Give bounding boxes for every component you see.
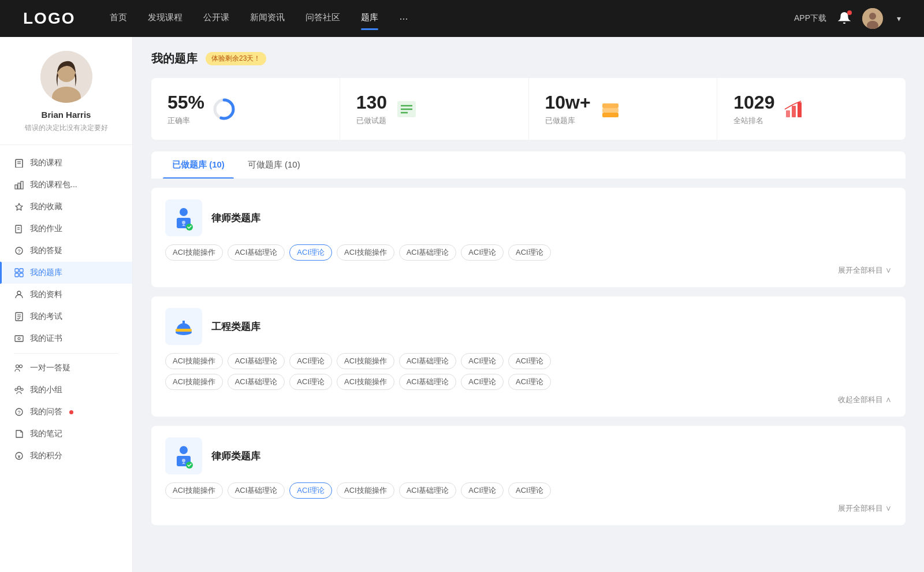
favorites-icon: [14, 202, 24, 212]
sidebar-item-packages[interactable]: 我的课程包...: [0, 174, 132, 196]
tag[interactable]: ACI基础理论: [228, 482, 285, 499]
notification-dot: [847, 10, 852, 15]
qbank-card-lawyer2: 律师类题库 ACI技能操作 ACI基础理论 ACI理论 ACI技能操作 ACI基…: [151, 426, 906, 525]
tag-active[interactable]: ACI理论: [289, 244, 332, 261]
nav-question-bank[interactable]: 题库: [361, 12, 378, 25]
tag[interactable]: ACI理论: [461, 244, 504, 261]
tag[interactable]: ACI技能操作: [337, 353, 394, 369]
tag[interactable]: ACI理论: [289, 353, 332, 369]
tag[interactable]: ACI理论: [461, 353, 504, 369]
tag[interactable]: ACI理论: [508, 244, 551, 261]
stat-questions-value: 130: [356, 92, 387, 113]
qbank-title-lawyer1: 律师类题库: [211, 211, 260, 225]
sidebar-item-one-on-one[interactable]: 一对一答疑: [0, 357, 132, 379]
tag[interactable]: ACI基础理论: [228, 374, 285, 390]
sidebar-item-courses[interactable]: 我的课程: [0, 152, 132, 174]
nav-qa[interactable]: 问答社区: [305, 12, 340, 25]
user-menu-caret[interactable]: ▾: [897, 14, 901, 23]
tag[interactable]: ACI基础理论: [228, 244, 285, 261]
tags-row-lawyer2: ACI技能操作 ACI基础理论 ACI理论 ACI技能操作 ACI基础理论 AC…: [165, 482, 892, 499]
sidebar-label-notes: 我的笔记: [30, 429, 62, 439]
profile-data-icon: [14, 289, 24, 300]
svg-point-51: [182, 221, 185, 224]
tab-available[interactable]: 可做题库 (10): [239, 151, 310, 179]
homework-icon: [14, 224, 24, 234]
nav-more[interactable]: ···: [399, 13, 408, 25]
svg-rect-9: [15, 185, 17, 189]
sidebar-label-groups: 我的小组: [30, 385, 62, 395]
sidebar-label-qa: 我的答疑: [30, 246, 62, 256]
sidebar-label-courses: 我的课程: [30, 158, 62, 168]
tags-row-lawyer1: ACI技能操作 ACI基础理论 ACI理论 ACI技能操作 ACI基础理论 AC…: [165, 244, 892, 261]
stats-row: 55% 正确率 130 已做试题: [151, 78, 906, 140]
expand-button-lawyer2[interactable]: 展开全部科目 ∨: [165, 503, 892, 514]
sidebar-label-certificates: 我的证书: [30, 333, 62, 344]
svg-rect-18: [15, 269, 18, 272]
tag[interactable]: ACI基础理论: [399, 374, 457, 390]
tag[interactable]: ACI理论: [461, 374, 504, 390]
qa-notification-dot: [69, 410, 73, 414]
svg-point-1: [869, 13, 876, 20]
tab-done[interactable]: 已做题库 (10): [163, 151, 234, 179]
sidebar-item-notes[interactable]: 我的笔记: [0, 423, 132, 445]
tag[interactable]: ACI技能操作: [337, 482, 394, 499]
tag-active[interactable]: ACI理论: [289, 482, 332, 499]
sidebar-item-favorites[interactable]: 我的收藏: [0, 196, 132, 218]
sidebar-item-exams[interactable]: 我的考试: [0, 306, 132, 328]
user-avatar[interactable]: [862, 8, 883, 29]
tag[interactable]: ACI基础理论: [228, 353, 285, 369]
qbank-icon-lawyer2: [165, 437, 202, 474]
stat-questions-text: 130 已做试题: [356, 92, 387, 126]
tag[interactable]: ACI技能操作: [165, 374, 223, 390]
navbar: LOGO 首页 发现课程 公开课 新闻资讯 问答社区 题库 ··· APP下载 …: [0, 0, 924, 37]
page-title: 我的题库: [151, 51, 198, 66]
sidebar-item-question-bank[interactable]: 我的题库: [0, 262, 132, 284]
profile-motto: 错误的决定比没有决定要好: [25, 123, 108, 133]
nav-news[interactable]: 新闻资讯: [250, 12, 285, 25]
stack-icon: [599, 98, 622, 121]
exams-icon: [14, 311, 24, 322]
tag[interactable]: ACI技能操作: [165, 244, 223, 261]
nav-open-course[interactable]: 公开课: [203, 12, 229, 25]
tag[interactable]: ACI理论: [461, 482, 504, 499]
notification-bell[interactable]: [838, 12, 851, 26]
tag[interactable]: ACI基础理论: [399, 482, 457, 499]
tag[interactable]: ACI理论: [508, 374, 551, 390]
profile-avatar: [40, 51, 92, 103]
svg-point-49: [180, 208, 188, 216]
menu-divider: [14, 353, 118, 354]
nav-home[interactable]: 首页: [110, 12, 127, 25]
tags-row-engineer1: ACI技能操作 ACI基础理论 ACI理论 ACI技能操作 ACI基础理论 AC…: [165, 353, 892, 369]
tag[interactable]: ACI理论: [508, 353, 551, 369]
packages-icon: [14, 180, 24, 190]
sidebar-item-groups[interactable]: 我的小组: [0, 379, 132, 401]
nav-discover[interactable]: 发现课程: [148, 12, 182, 25]
tag[interactable]: ACI技能操作: [165, 482, 223, 499]
points-icon: ¥: [14, 451, 24, 461]
tag[interactable]: ACI技能操作: [337, 374, 394, 390]
svg-rect-54: [176, 329, 192, 332]
tag[interactable]: ACI基础理论: [399, 244, 457, 261]
tag[interactable]: ACI技能操作: [337, 244, 394, 261]
collapse-button-engineer[interactable]: 收起全部科目 ∧: [165, 395, 892, 405]
tag[interactable]: ACI理论: [289, 374, 332, 390]
tag[interactable]: ACI理论: [508, 482, 551, 499]
sidebar-item-homework[interactable]: 我的作业: [0, 218, 132, 240]
app-download-button[interactable]: APP下载: [794, 13, 826, 24]
tag[interactable]: ACI基础理论: [399, 353, 457, 369]
sidebar-item-certificates[interactable]: 我的证书: [0, 328, 132, 350]
svg-point-56: [180, 446, 188, 454]
sidebar-item-qa[interactable]: ? 我的答疑: [0, 240, 132, 262]
tag[interactable]: ACI技能操作: [165, 353, 223, 369]
svg-point-27: [18, 337, 20, 340]
sidebar-label-exams: 我的考试: [30, 311, 62, 322]
sidebar-item-points[interactable]: ¥ 我的积分: [0, 445, 132, 467]
svg-rect-46: [786, 110, 790, 117]
stat-rank-label: 全站排名: [733, 116, 774, 126]
qbank-card-lawyer1: 律师类题库 ACI技能操作 ACI基础理论 ACI理论 ACI技能操作 ACI基…: [151, 188, 906, 287]
svg-rect-21: [20, 273, 23, 277]
sidebar-item-profile-data[interactable]: 我的资料: [0, 284, 132, 306]
sidebar-item-my-qa[interactable]: ? 我的问答: [0, 401, 132, 423]
expand-button-lawyer1[interactable]: 展开全部科目 ∨: [165, 265, 892, 276]
qbank-title-engineer: 工程类题库: [211, 320, 260, 333]
